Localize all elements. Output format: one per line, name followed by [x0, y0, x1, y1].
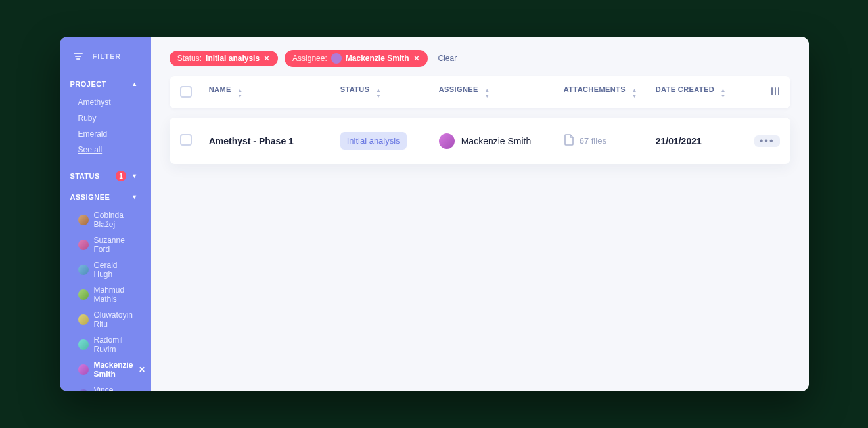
assignee-item[interactable]: Gobinda Blažej — [60, 207, 151, 232]
section-title: STATUS — [70, 172, 100, 180]
assignee-name: Oluwatoyin Ritu — [94, 310, 138, 329]
assignee-item[interactable]: Gerald Hugh — [60, 257, 151, 282]
data-table: NAME ▲▼ STATUS ▲▼ ASSIGNEE ▲▼ ATTACHEMEN… — [151, 76, 809, 164]
filter-label: FILTER — [93, 53, 122, 60]
close-icon[interactable]: ✕ — [263, 54, 270, 63]
avatar — [331, 53, 342, 64]
assignee-name: Mackenzie Smith — [461, 136, 532, 146]
see-all-label: See all — [78, 145, 103, 154]
more-actions-button[interactable]: ••• — [754, 135, 780, 147]
avatar — [78, 314, 89, 325]
avatar — [78, 265, 89, 275]
column-header-name[interactable]: NAME ▲▼ — [209, 85, 340, 99]
row-select-cell — [180, 134, 209, 148]
header-label: ATTACHEMENTS — [564, 85, 626, 93]
assignee-items: Gobinda Blažej Suzanne Ford Gerald Hugh … — [60, 206, 151, 391]
section-assignee-header[interactable]: ASSIGNEE ▼ — [60, 186, 151, 206]
avatar — [439, 133, 455, 149]
columns-icon[interactable] — [771, 87, 780, 98]
row-assignee: Mackenzie Smith — [439, 133, 564, 149]
assignee-item[interactable]: Mahmud Mathis — [60, 282, 151, 307]
table-row[interactable]: Amethyst - Phase 1 Initial analysis Mack… — [170, 118, 790, 164]
status-badge: 1 — [116, 171, 126, 181]
chevron-up-icon: ▲ — [131, 81, 137, 87]
avatar — [78, 364, 89, 375]
section-status-header[interactable]: STATUS 1 ▼ — [60, 164, 151, 186]
assignee-name: Mackenzie Smith — [94, 360, 133, 379]
header-label: NAME — [209, 85, 231, 93]
status-pill: Initial analysis — [340, 132, 407, 150]
assignee-name: Gobinda Blažej — [94, 211, 138, 229]
section-project-header[interactable]: PROJECT ▲ — [60, 74, 151, 93]
avatar — [78, 240, 89, 250]
section-title: PROJECT — [70, 80, 106, 88]
header-label: ASSIGNEE — [439, 85, 478, 93]
close-icon[interactable]: ✕ — [139, 365, 145, 374]
project-item[interactable]: Amethyst — [60, 95, 151, 110]
filter-chip-assignee[interactable]: Assignee: Mackenzie Smith ✕ — [285, 50, 427, 67]
filter-sidebar: FILTER PROJECT ▲ Amethyst Ruby Emerald S… — [60, 37, 151, 391]
clear-filters-button[interactable]: Clear — [438, 54, 457, 63]
assignee-name: Radomil Ruvim — [94, 335, 138, 354]
column-header-actions — [754, 87, 780, 98]
assignee-item-selected[interactable]: Mackenzie Smith✕ — [60, 357, 151, 382]
assignee-name: Suzanne Ford — [94, 236, 138, 254]
sort-icon: ▲▼ — [631, 88, 637, 99]
app-window: FILTER PROJECT ▲ Amethyst Ruby Emerald S… — [60, 37, 809, 391]
row-name: Amethyst - Phase 1 — [209, 136, 340, 146]
row-attachments[interactable]: 67 files — [564, 134, 656, 148]
row-actions: ••• — [754, 135, 780, 147]
row-date-created: 21/01/2021 — [656, 136, 754, 146]
avatar — [78, 339, 89, 350]
avatar — [78, 389, 89, 391]
sort-icon: ▲▼ — [237, 88, 242, 99]
filter-icon — [73, 51, 83, 62]
project-see-all[interactable]: See all — [60, 142, 151, 158]
project-item-label: Emerald — [78, 129, 108, 139]
project-item-label: Amethyst — [78, 98, 111, 107]
header-label: DATE CREATED — [656, 85, 714, 93]
attachment-count: 67 files — [580, 136, 606, 146]
select-all-checkbox[interactable] — [180, 86, 192, 98]
main-content: Status: Initial analysis ✕ Assignee: Mac… — [151, 37, 809, 391]
row-checkbox[interactable] — [180, 134, 192, 146]
filter-header: FILTER — [60, 51, 151, 74]
row-status: Initial analysis — [340, 132, 439, 150]
avatar — [78, 289, 89, 300]
section-title: ASSIGNEE — [70, 193, 110, 201]
column-header-assignee[interactable]: ASSIGNEE ▲▼ — [439, 85, 564, 99]
assignee-name: Gerald Hugh — [94, 261, 138, 279]
avatar — [78, 215, 89, 225]
assignee-item[interactable]: Radomil Ruvim — [60, 332, 151, 357]
column-header-date-created[interactable]: DATE CREATED ▲▼ — [656, 85, 754, 99]
table-header-row: NAME ▲▼ STATUS ▲▼ ASSIGNEE ▲▼ ATTACHEMEN… — [170, 76, 790, 108]
sort-icon: ▲▼ — [721, 88, 726, 99]
sort-icon: ▲▼ — [484, 88, 490, 99]
chevron-down-icon: ▼ — [131, 194, 137, 200]
close-icon[interactable]: ✕ — [413, 54, 420, 63]
chip-value: Mackenzie Smith — [346, 54, 409, 63]
filter-chip-status[interactable]: Status: Initial analysis ✕ — [170, 51, 278, 66]
chip-key: Assignee: — [292, 54, 327, 63]
chevron-down-icon: ▼ — [131, 173, 137, 179]
file-icon — [564, 134, 574, 148]
project-items: Amethyst Ruby Emerald See all — [60, 93, 151, 164]
project-item[interactable]: Ruby — [60, 110, 151, 126]
assignee-item[interactable]: Vince Thomas-Li — [60, 382, 151, 391]
sort-icon: ▲▼ — [376, 88, 381, 99]
chip-value: Initial analysis — [206, 54, 260, 63]
header-label: STATUS — [340, 85, 370, 93]
chip-key: Status: — [177, 54, 202, 63]
assignee-name: Mahmud Mathis — [94, 286, 138, 304]
active-filter-bar: Status: Initial analysis ✕ Assignee: Mac… — [151, 37, 809, 76]
assignee-name: Vince Thomas-Li — [94, 385, 138, 391]
project-item-label: Ruby — [78, 114, 97, 123]
project-item[interactable]: Emerald — [60, 126, 151, 142]
assignee-item[interactable]: Suzanne Ford — [60, 232, 151, 257]
select-all-cell — [180, 86, 209, 99]
column-header-attachments[interactable]: ATTACHEMENTS ▲▼ — [564, 85, 656, 99]
assignee-item[interactable]: Oluwatoyin Ritu — [60, 307, 151, 332]
column-header-status[interactable]: STATUS ▲▼ — [340, 85, 439, 99]
